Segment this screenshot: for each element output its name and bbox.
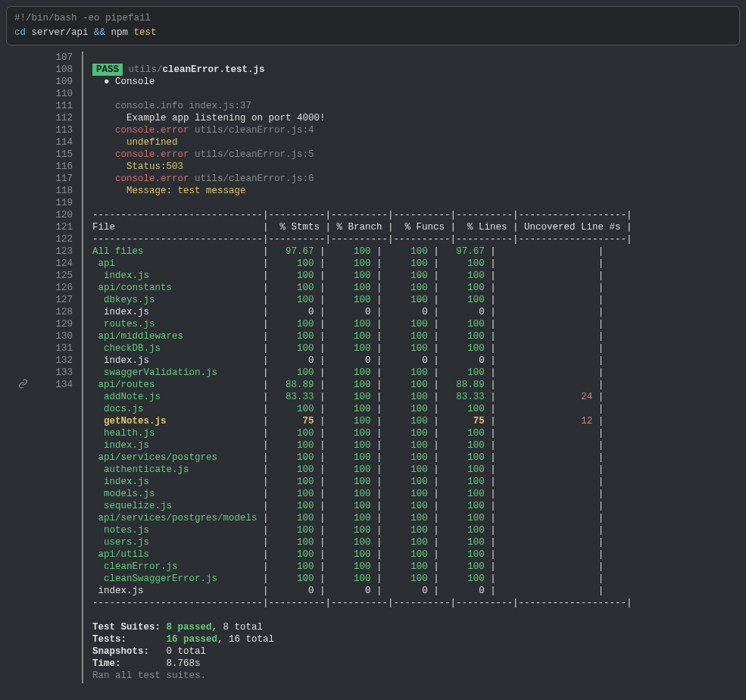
output-line: PASS utils/cleanError.test.js	[92, 64, 632, 76]
output-line: health.js | 100 | 100 | 100 | 100 | |	[92, 427, 632, 439]
output-line	[92, 88, 632, 100]
line-number[interactable]: 114	[36, 136, 73, 148]
line-number[interactable]: 123	[36, 245, 73, 258]
output-line: Status:503	[92, 161, 632, 173]
output-line: undefined	[92, 136, 632, 148]
output-line: ------------------------------|---------…	[92, 233, 632, 245]
line-number[interactable]: 130	[36, 330, 73, 342]
output-line: docs.js | 100 | 100 | 100 | 100 | |	[92, 403, 632, 415]
output-line	[92, 197, 632, 209]
output-line: sequelize.js | 100 | 100 | 100 | 100 | |	[92, 500, 632, 512]
output-line: Ran all test suites.	[92, 670, 632, 682]
link-icon[interactable]	[18, 381, 28, 392]
output-line: console.error utils/cleanError.js:6	[92, 173, 632, 185]
line-number[interactable]: 129	[36, 318, 73, 330]
output-line: api | 100 | 100 | 100 | 100 | |	[92, 258, 632, 270]
output-line: dbkeys.js | 100 | 100 | 100 | 100 | |	[92, 294, 632, 306]
output-line: Tests: 16 passed, 16 total	[92, 633, 632, 645]
output-line: api/services/postgres/models | 100 | 100…	[92, 512, 632, 524]
output-line: Test Suites: 8 passed, 8 total	[92, 621, 632, 633]
output-line: addNote.js | 83.33 | 100 | 100 | 83.33 |…	[92, 391, 632, 403]
amp-operator: &&	[94, 27, 105, 38]
output-line: models.js | 100 | 100 | 100 | 100 | |	[92, 488, 632, 500]
command-box: #!/bin/bash -eo pipefail cd server/api &…	[6, 6, 740, 45]
line-number[interactable]: 120	[36, 209, 73, 221]
pass-badge: PASS	[92, 64, 123, 76]
output-line: console.info index.js:37	[92, 100, 632, 112]
icon-gutter	[9, 52, 36, 683]
output-line: Message: test message	[92, 185, 632, 197]
output-line: All files | 97.67 | 100 | 100 | 97.67 | …	[92, 245, 632, 258]
output-line: users.js | 100 | 100 | 100 | 100 | |	[92, 536, 632, 548]
output-line	[92, 609, 632, 621]
output-line: File | % Stmts | % Branch | % Funcs | % …	[92, 221, 632, 233]
line-number[interactable]: 110	[36, 88, 73, 100]
output-line: api/middlewares | 100 | 100 | 100 | 100 …	[92, 330, 632, 342]
output-line: index.js | 100 | 100 | 100 | 100 | |	[92, 439, 632, 452]
line-number-gutter: 1071081091101111121131141151161171181191…	[36, 52, 83, 683]
output-line: cleanSwaggerError.js | 100 | 100 | 100 |…	[92, 573, 632, 585]
line-number[interactable]: 116	[36, 161, 73, 173]
output-line: console.error utils/cleanError.js:5	[92, 148, 632, 161]
output-line: api/utils | 100 | 100 | 100 | 100 | |	[92, 548, 632, 561]
shebang-line: #!/bin/bash -eo pipefail	[14, 11, 732, 26]
output-panel: 1071081091101111121131141151161171181191…	[9, 52, 746, 683]
cd-path: server/api	[26, 27, 94, 38]
output-line: swaggerValidation.js | 100 | 100 | 100 |…	[92, 367, 632, 379]
command-line: cd server/api && npm test	[14, 26, 732, 40]
test-arg: test	[134, 27, 157, 38]
line-number[interactable]: 107	[36, 52, 73, 64]
output-line: index.js | 0 | 0 | 0 | 0 | |	[92, 585, 632, 597]
line-number[interactable]: 125	[36, 270, 73, 282]
output-line: index.js | 100 | 100 | 100 | 100 | |	[92, 476, 632, 488]
line-number[interactable]: 124	[36, 258, 73, 270]
npm-keyword: npm	[105, 27, 134, 38]
output-line: index.js | 0 | 0 | 0 | 0 | |	[92, 306, 632, 318]
output-line: routes.js | 100 | 100 | 100 | 100 | |	[92, 318, 632, 330]
output-line: Example app listening on port 4000!	[92, 112, 632, 124]
cd-keyword: cd	[14, 27, 26, 38]
output-line: api/constants | 100 | 100 | 100 | 100 | …	[92, 282, 632, 294]
line-number[interactable]: 118	[36, 185, 73, 197]
output-line: console.error utils/cleanError.js:4	[92, 124, 632, 136]
output-line: index.js | 100 | 100 | 100 | 100 | |	[92, 270, 632, 282]
output-line: Snapshots: 0 total	[92, 645, 632, 658]
line-number[interactable]: 122	[36, 233, 73, 245]
output-line: api/routes | 88.89 | 100 | 100 | 88.89 |…	[92, 379, 632, 391]
line-number[interactable]: 133	[36, 367, 73, 379]
output-line: cleanError.js | 100 | 100 | 100 | 100 | …	[92, 561, 632, 573]
line-number[interactable]: 115	[36, 148, 73, 161]
line-number[interactable]: 113	[36, 124, 73, 136]
output-line: ● Console	[92, 76, 632, 88]
line-number[interactable]: 108	[36, 64, 73, 76]
line-number[interactable]: 109	[36, 76, 73, 88]
line-number[interactable]: 132	[36, 355, 73, 367]
output-line: api/services/postgres | 100 | 100 | 100 …	[92, 452, 632, 464]
terminal-output[interactable]: PASS utils/cleanError.test.js ● Console …	[83, 52, 632, 683]
line-number[interactable]: 126	[36, 282, 73, 294]
line-number[interactable]: 111	[36, 100, 73, 112]
output-line: checkDB.js | 100 | 100 | 100 | 100 | |	[92, 342, 632, 355]
line-number[interactable]: 117	[36, 173, 73, 185]
line-number[interactable]: 119	[36, 197, 73, 209]
line-number[interactable]: 121	[36, 221, 73, 233]
line-number[interactable]: 112	[36, 112, 73, 124]
line-number[interactable]: 134	[36, 379, 73, 391]
line-number[interactable]: 128	[36, 306, 73, 318]
output-line	[92, 52, 632, 64]
output-line: getNotes.js | 75 | 100 | 100 | 75 | 12 |	[92, 415, 632, 427]
line-number[interactable]: 127	[36, 294, 73, 306]
output-line: Time: 8.768s	[92, 658, 632, 670]
output-line: index.js | 0 | 0 | 0 | 0 | |	[92, 355, 632, 367]
output-line: notes.js | 100 | 100 | 100 | 100 | |	[92, 524, 632, 536]
output-line: ------------------------------|---------…	[92, 209, 632, 221]
output-line: authenticate.js | 100 | 100 | 100 | 100 …	[92, 464, 632, 476]
output-line: ------------------------------|---------…	[92, 597, 632, 609]
line-number[interactable]: 131	[36, 342, 73, 355]
